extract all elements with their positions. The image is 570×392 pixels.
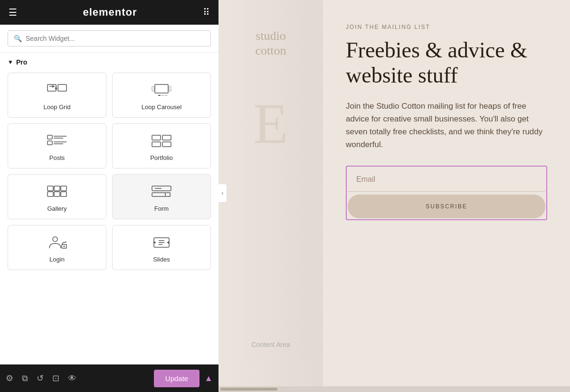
posts-icon xyxy=(46,132,68,149)
widget-card-portfolio[interactable]: Portfolio xyxy=(112,123,211,168)
widgets-area: ▼ Pro Loop Grid xyxy=(0,53,218,364)
svg-rect-4 xyxy=(155,84,168,93)
layers-icon[interactable]: ⧉ xyxy=(22,373,28,383)
hamburger-menu-icon[interactable]: ☰ xyxy=(9,7,17,18)
form-label: Form xyxy=(154,205,169,212)
svg-rect-19 xyxy=(162,142,171,147)
svg-rect-18 xyxy=(152,142,161,147)
slides-label: Slides xyxy=(153,256,170,263)
svg-rect-13 xyxy=(48,141,52,145)
subscribe-button[interactable]: SUBSCRIBE xyxy=(348,195,545,218)
svg-rect-23 xyxy=(48,192,53,196)
portfolio-icon xyxy=(150,132,173,149)
studio-cotton-logo: studio cotton xyxy=(256,28,286,58)
bottom-bar: ⚙ ⧉ ↺ ⊡ 👁 Update ▲ xyxy=(0,364,218,392)
svg-rect-22 xyxy=(61,186,66,191)
preview-right-column: JOIN THE MAILING LIST Freebies & advice … xyxy=(323,0,570,386)
gallery-label: Gallery xyxy=(47,205,66,212)
widget-card-slides[interactable]: Slides xyxy=(112,225,211,270)
chevron-up-icon[interactable]: ▲ xyxy=(204,373,213,383)
svg-point-31 xyxy=(64,246,65,247)
content-area-label: Content Area xyxy=(251,341,290,348)
left-panel: ☰ elementor ⠿ 🔍 ▼ Pro xyxy=(0,0,218,392)
login-label: Login xyxy=(49,256,65,263)
widget-card-loop-grid[interactable]: Loop Grid xyxy=(8,73,106,118)
bottom-icons: ⚙ ⧉ ↺ ⊡ 👁 xyxy=(6,373,76,383)
widget-card-posts[interactable]: Posts xyxy=(8,123,106,168)
svg-point-29 xyxy=(53,237,57,242)
svg-rect-20 xyxy=(48,186,53,191)
email-input[interactable] xyxy=(348,168,545,192)
widget-card-gallery[interactable]: Gallery xyxy=(8,174,106,219)
mailing-list-label: JOIN THE MAILING LIST xyxy=(346,24,547,30)
svg-rect-0 xyxy=(48,84,56,91)
app-title: elementor xyxy=(83,6,137,19)
form-icon xyxy=(150,183,173,200)
loop-grid-label: Loop Grid xyxy=(43,103,70,111)
svg-rect-24 xyxy=(54,192,60,196)
mailing-body-text: Join the Studio Cotton mailing list for … xyxy=(346,100,547,151)
search-area: 🔍 xyxy=(0,25,218,53)
svg-rect-1 xyxy=(58,84,66,91)
widget-card-form[interactable]: Form xyxy=(112,174,211,219)
login-icon xyxy=(46,234,68,251)
preview-icon[interactable]: 👁 xyxy=(68,373,76,383)
preview-left-column: studio cotton E Content Area xyxy=(218,0,323,386)
loop-grid-icon xyxy=(46,82,68,99)
mailing-form-wrapper: SUBSCRIBE xyxy=(346,166,547,220)
right-panel: ‹ studio cotton E Content Area JOIN THE … xyxy=(218,0,570,392)
svg-rect-16 xyxy=(152,135,161,140)
widget-card-login[interactable]: Login xyxy=(8,225,106,270)
svg-rect-5 xyxy=(152,86,154,91)
scrollbar-thumb[interactable] xyxy=(220,388,277,391)
pro-section-header: ▼ Pro xyxy=(8,58,211,66)
preview-scrollbar[interactable] xyxy=(218,386,570,392)
update-button[interactable]: Update xyxy=(154,370,200,387)
search-input[interactable] xyxy=(26,35,205,42)
slides-icon xyxy=(150,234,173,251)
pro-collapse-arrow[interactable]: ▼ xyxy=(8,59,13,65)
gallery-icon xyxy=(46,183,68,200)
svg-rect-6 xyxy=(169,86,171,91)
search-icon: 🔍 xyxy=(14,35,22,42)
loop-carousel-label: Loop Carousel xyxy=(142,103,182,111)
svg-rect-28 xyxy=(152,193,165,196)
big-decorative-letter: E xyxy=(253,91,288,157)
svg-rect-25 xyxy=(61,192,66,196)
top-bar: ☰ elementor ⠿ xyxy=(0,0,218,25)
responsive-icon[interactable]: ⊡ xyxy=(52,373,59,383)
widgets-grid: Loop Grid Loop Carousel xyxy=(8,73,211,270)
settings-icon[interactable]: ⚙ xyxy=(6,373,13,383)
svg-rect-10 xyxy=(48,135,52,139)
search-box: 🔍 xyxy=(8,30,211,47)
portfolio-label: Portfolio xyxy=(150,154,173,161)
pro-section-label: Pro xyxy=(16,58,27,66)
widget-card-loop-carousel[interactable]: Loop Carousel xyxy=(112,73,211,118)
svg-rect-21 xyxy=(54,186,60,191)
preview-area: ‹ studio cotton E Content Area JOIN THE … xyxy=(218,0,570,386)
grid-icon[interactable]: ⠿ xyxy=(203,7,210,18)
posts-label: Posts xyxy=(49,154,65,161)
bottom-right: Update ▲ xyxy=(154,370,213,387)
mailing-headline: Freebies & advice & website stuff xyxy=(346,38,547,88)
collapse-panel-button[interactable]: ‹ xyxy=(218,184,227,203)
loop-carousel-icon xyxy=(150,82,173,99)
svg-rect-17 xyxy=(162,135,171,140)
history-icon[interactable]: ↺ xyxy=(37,373,44,383)
